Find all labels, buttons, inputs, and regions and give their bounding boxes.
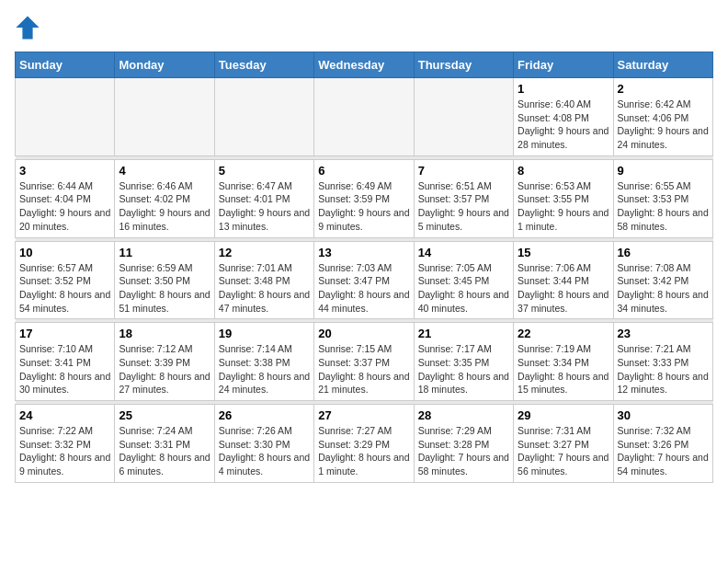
day-number: 18 [119,327,210,340]
calendar-day-cell: 26Sunrise: 7:26 AMSunset: 3:30 PMDayligh… [214,405,313,483]
calendar-day-cell: 10Sunrise: 6:57 AMSunset: 3:52 PMDayligh… [16,241,115,319]
calendar-day-cell: 25Sunrise: 7:24 AMSunset: 3:31 PMDayligh… [115,405,214,483]
day-number: 19 [219,327,310,340]
day-info: Sunrise: 7:27 AMSunset: 3:29 PMDaylight:… [318,424,409,478]
calendar-day-cell: 27Sunrise: 7:27 AMSunset: 3:29 PMDayligh… [314,405,414,483]
calendar-day-cell: 21Sunrise: 7:17 AMSunset: 3:35 PMDayligh… [414,323,513,401]
calendar-week-row: 3Sunrise: 6:44 AMSunset: 4:04 PMDaylight… [16,159,713,237]
calendar-day-cell: 19Sunrise: 7:14 AMSunset: 3:38 PMDayligh… [214,323,313,401]
day-info: Sunrise: 7:10 AMSunset: 3:41 PMDaylight:… [19,342,110,396]
calendar-header-thursday: Thursday [414,52,513,78]
calendar-day-cell: 11Sunrise: 6:59 AMSunset: 3:50 PMDayligh… [115,241,214,319]
day-info: Sunrise: 7:31 AMSunset: 3:27 PMDaylight:… [518,424,609,478]
day-number: 25 [119,408,210,422]
day-number: 1 [518,82,609,96]
day-info: Sunrise: 6:44 AMSunset: 4:04 PMDaylight:… [19,179,110,234]
calendar-day-cell: 8Sunrise: 6:53 AMSunset: 3:55 PMDaylight… [514,159,613,237]
day-info: Sunrise: 6:47 AMSunset: 4:01 PMDaylight:… [219,179,310,234]
calendar-day-cell: 29Sunrise: 7:31 AMSunset: 3:27 PMDayligh… [514,405,613,483]
calendar-day-cell: 28Sunrise: 7:29 AMSunset: 3:28 PMDayligh… [414,405,513,483]
calendar-day-cell [414,78,513,156]
day-info: Sunrise: 7:24 AMSunset: 3:31 PMDaylight:… [119,424,210,478]
day-number: 24 [19,408,110,422]
day-info: Sunrise: 7:08 AMSunset: 3:42 PMDaylight:… [618,261,709,316]
calendar-day-cell: 1Sunrise: 6:40 AMSunset: 4:08 PMDaylight… [514,78,613,156]
day-info: Sunrise: 7:22 AMSunset: 3:32 PMDaylight:… [19,424,110,478]
calendar-day-cell [214,78,313,156]
day-number: 4 [119,164,210,178]
day-number: 10 [19,246,110,259]
calendar-week-row: 24Sunrise: 7:22 AMSunset: 3:32 PMDayligh… [16,405,713,483]
calendar-day-cell: 6Sunrise: 6:49 AMSunset: 3:59 PMDaylight… [314,159,414,237]
calendar-week-row: 10Sunrise: 6:57 AMSunset: 3:52 PMDayligh… [16,241,713,319]
calendar-day-cell: 3Sunrise: 6:44 AMSunset: 4:04 PMDaylight… [16,159,115,237]
calendar-day-cell: 13Sunrise: 7:03 AMSunset: 3:47 PMDayligh… [314,241,414,319]
day-number: 16 [618,246,709,259]
day-number: 5 [219,164,310,178]
day-number: 22 [518,327,609,340]
day-number: 26 [219,408,310,422]
day-info: Sunrise: 6:49 AMSunset: 3:59 PMDaylight:… [318,179,409,234]
calendar-day-cell: 4Sunrise: 6:46 AMSunset: 4:02 PMDaylight… [115,159,214,237]
day-info: Sunrise: 7:29 AMSunset: 3:28 PMDaylight:… [418,424,509,478]
day-info: Sunrise: 6:46 AMSunset: 4:02 PMDaylight:… [119,179,210,234]
calendar-day-cell: 23Sunrise: 7:21 AMSunset: 3:33 PMDayligh… [613,323,712,401]
calendar-day-cell: 5Sunrise: 6:47 AMSunset: 4:01 PMDaylight… [214,159,313,237]
day-info: Sunrise: 7:21 AMSunset: 3:33 PMDaylight:… [618,342,709,396]
day-info: Sunrise: 7:03 AMSunset: 3:47 PMDaylight:… [318,261,409,316]
calendar-header-sunday: Sunday [16,52,115,78]
calendar-day-cell: 2Sunrise: 6:42 AMSunset: 4:06 PMDaylight… [613,78,712,156]
calendar-header-saturday: Saturday [613,52,712,78]
day-number: 15 [518,246,609,259]
calendar-day-cell: 16Sunrise: 7:08 AMSunset: 3:42 PMDayligh… [613,241,712,319]
calendar-day-cell: 12Sunrise: 7:01 AMSunset: 3:48 PMDayligh… [214,241,313,319]
calendar-header-tuesday: Tuesday [214,52,313,78]
day-number: 30 [618,408,709,422]
day-info: Sunrise: 6:55 AMSunset: 3:53 PMDaylight:… [618,179,709,234]
day-info: Sunrise: 6:51 AMSunset: 3:57 PMDaylight:… [418,179,509,234]
day-number: 27 [318,408,409,422]
day-info: Sunrise: 7:05 AMSunset: 3:45 PMDaylight:… [418,261,509,316]
day-number: 28 [418,408,509,422]
calendar-day-cell: 17Sunrise: 7:10 AMSunset: 3:41 PMDayligh… [16,323,115,401]
calendar-day-cell: 15Sunrise: 7:06 AMSunset: 3:44 PMDayligh… [514,241,613,319]
day-number: 21 [418,327,509,340]
calendar-day-cell: 7Sunrise: 6:51 AMSunset: 3:57 PMDaylight… [414,159,513,237]
day-info: Sunrise: 6:42 AMSunset: 4:06 PMDaylight:… [618,98,709,152]
calendar-day-cell: 24Sunrise: 7:22 AMSunset: 3:32 PMDayligh… [16,405,115,483]
day-info: Sunrise: 6:40 AMSunset: 4:08 PMDaylight:… [518,98,609,152]
calendar-day-cell: 18Sunrise: 7:12 AMSunset: 3:39 PMDayligh… [115,323,214,401]
calendar-day-cell [16,78,115,156]
calendar: SundayMondayTuesdayWednesdayThursdayFrid… [15,52,713,483]
calendar-day-cell [314,78,414,156]
day-number: 11 [119,246,210,259]
calendar-day-cell: 30Sunrise: 7:32 AMSunset: 3:26 PMDayligh… [613,405,712,483]
day-number: 20 [318,327,409,340]
calendar-day-cell: 9Sunrise: 6:55 AMSunset: 3:53 PMDaylight… [613,159,712,237]
day-number: 12 [219,246,310,259]
calendar-week-row: 17Sunrise: 7:10 AMSunset: 3:41 PMDayligh… [16,323,713,401]
svg-marker-0 [16,16,39,39]
day-number: 13 [318,246,409,259]
day-number: 17 [19,327,110,340]
day-info: Sunrise: 6:57 AMSunset: 3:52 PMDaylight:… [19,261,110,316]
calendar-header-wednesday: Wednesday [314,52,414,78]
calendar-day-cell: 20Sunrise: 7:15 AMSunset: 3:37 PMDayligh… [314,323,414,401]
calendar-header-friday: Friday [514,52,613,78]
day-number: 29 [518,408,609,422]
day-info: Sunrise: 7:17 AMSunset: 3:35 PMDaylight:… [418,342,509,396]
calendar-day-cell [115,78,214,156]
day-number: 9 [618,164,709,178]
day-info: Sunrise: 7:26 AMSunset: 3:30 PMDaylight:… [219,424,310,478]
day-info: Sunrise: 7:19 AMSunset: 3:34 PMDaylight:… [518,342,609,396]
day-number: 6 [318,164,409,178]
day-info: Sunrise: 6:53 AMSunset: 3:55 PMDaylight:… [518,179,609,234]
day-number: 7 [418,164,509,178]
logo-icon [15,15,40,40]
header [15,15,713,44]
calendar-week-row: 1Sunrise: 6:40 AMSunset: 4:08 PMDaylight… [16,78,713,156]
day-number: 2 [618,82,709,96]
day-number: 3 [19,164,110,178]
day-number: 8 [518,164,609,178]
day-number: 14 [418,246,509,259]
